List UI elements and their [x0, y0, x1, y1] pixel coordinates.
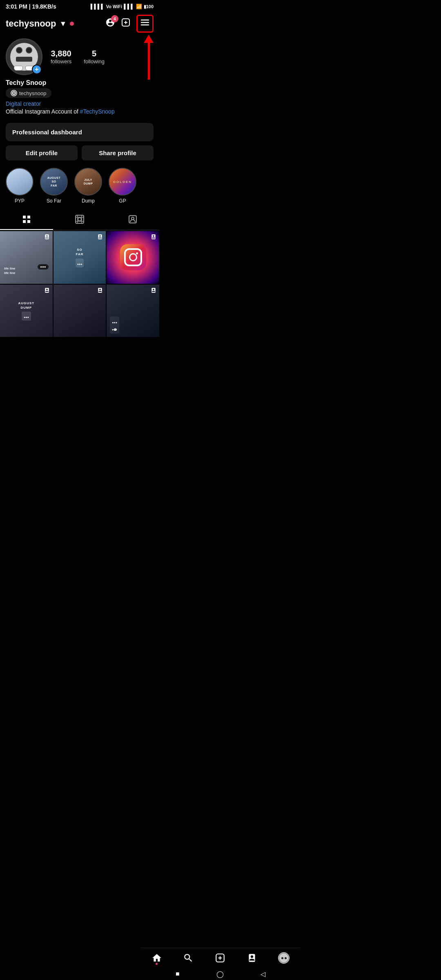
professional-dashboard-button[interactable]: Professional dashboard	[6, 123, 154, 141]
tab-reels[interactable]	[53, 209, 106, 230]
avatar-eye-left	[16, 47, 22, 53]
following-count: 5	[84, 49, 105, 58]
android-system-bar: ■ ◯ ◁	[141, 968, 159, 980]
svg-rect-2	[27, 216, 30, 218]
highlight-circle-gp: GOLDEN	[109, 168, 136, 196]
status-time: 3:01 PM | 19.8KB/s	[6, 3, 56, 10]
threads-button[interactable]: 4	[105, 18, 115, 30]
grid-overlay-2: ●●●	[76, 258, 84, 267]
posts-grid: life linelife line ●●● SOFAR ●●●	[0, 231, 159, 337]
following-label: following	[84, 58, 105, 65]
profile-stats: 3,880 followers 5 following	[51, 49, 105, 65]
svg-rect-5	[76, 215, 84, 223]
highlight-label-pyp: PYP	[15, 198, 24, 204]
svg-point-6	[78, 218, 81, 221]
avatar-add-button[interactable]: +	[32, 65, 42, 74]
highlight-label-sofar: So Far	[47, 198, 61, 204]
highlight-gp[interactable]: GOLDEN GP	[109, 168, 136, 204]
signal-icon: ▌▌▌▌	[91, 4, 105, 9]
story-highlights: PYP AUGUSTSOFAR So Far JULYDUMP Dump GOL…	[0, 166, 159, 209]
grid-overlay-4: ●●●	[22, 312, 31, 321]
add-content-button[interactable]	[121, 18, 131, 30]
avatar-eye-right	[26, 47, 32, 53]
grid-item-4[interactable]: AUGUSTDUMP ●●●	[0, 285, 53, 337]
battery-icon: ▮100	[144, 4, 154, 9]
grid-text-1: life linelife line	[4, 266, 16, 275]
avatar-eyes	[16, 47, 32, 53]
bio-text: Official Instagram Account of #TechySnoo…	[6, 108, 154, 115]
ig-logo-inner	[124, 248, 142, 266]
following-stat[interactable]: 5 following	[84, 49, 105, 65]
ig-logo-circle	[129, 253, 137, 261]
home-icon	[151, 953, 159, 963]
svg-rect-4	[27, 220, 30, 223]
highlight-circle-dump: JULYDUMP	[74, 168, 102, 196]
svg-rect-1	[23, 216, 26, 218]
profile-top: + 3,880 followers 5 following	[6, 38, 154, 75]
action-buttons: Edit profile Share profile	[0, 145, 159, 166]
menu-button[interactable]	[136, 15, 154, 33]
grid-text-4: AUGUSTDUMP	[18, 301, 34, 310]
grid-text-2: SOFAR	[76, 247, 83, 256]
reel-icon-5	[97, 287, 103, 295]
status-icons: ▌▌▌▌ Vo WiFi ▌▌▌ 📶 ▮100	[91, 4, 154, 9]
tab-tagged[interactable]	[106, 209, 159, 230]
username-label[interactable]: techysnoop	[6, 18, 56, 29]
avatar[interactable]: +	[6, 38, 42, 75]
grid-item-6[interactable]: ●●●♥💬	[107, 285, 159, 337]
ig-logo-dot	[136, 252, 138, 254]
tab-grid[interactable]	[0, 209, 53, 230]
threads-badge: 4	[111, 15, 118, 22]
profile-section: + 3,880 followers 5 following Techy Snoo…	[0, 37, 159, 119]
role-label: Digital creator	[6, 100, 154, 107]
header-icons: 4	[105, 15, 154, 33]
followers-count: 3,880	[51, 49, 71, 58]
highlight-circle-pyp	[6, 168, 33, 196]
bio-hashtag[interactable]: #TechySnoop	[80, 108, 115, 115]
edit-profile-button[interactable]: Edit profile	[6, 145, 78, 160]
grid-item-5[interactable]	[53, 285, 106, 337]
followers-stat[interactable]: 3,880 followers	[51, 49, 71, 65]
avatar-shoes	[14, 66, 34, 71]
grid-item-2[interactable]: SOFAR ●●●	[53, 231, 106, 284]
reel-icon-2	[97, 234, 103, 241]
reel-icon-1	[44, 234, 50, 241]
threads-handle-badge[interactable]: techysnoop	[6, 88, 51, 98]
share-profile-button[interactable]: Share profile	[82, 145, 154, 160]
grid-overlay-6: ●●●♥💬	[110, 316, 119, 334]
notification-dot	[70, 22, 74, 26]
avatar-body	[16, 57, 32, 62]
threads-small-icon	[11, 90, 17, 96]
followers-label: followers	[51, 58, 71, 65]
grid-item-1[interactable]: life linelife line ●●●	[0, 231, 53, 284]
highlight-pyp[interactable]: PYP	[6, 168, 33, 204]
reel-icon-4	[44, 287, 50, 295]
header: techysnoop ▼ 4	[0, 12, 159, 37]
avatar-shoe-left	[14, 66, 23, 71]
header-left: techysnoop ▼	[6, 18, 74, 29]
highlight-label-dump: Dump	[82, 198, 95, 204]
bio-static: Official Instagram Account of	[6, 108, 80, 115]
wifi-label: Vo WiFi	[106, 4, 122, 9]
instagram-logo	[120, 244, 146, 270]
signal2-icon: ▌▌▌	[124, 4, 134, 9]
grid-overlay-1: ●●●	[38, 264, 49, 270]
highlight-sofar[interactable]: AUGUSTSOFAR So Far	[40, 168, 68, 204]
svg-rect-3	[23, 220, 26, 223]
grid-item-3[interactable]	[107, 231, 159, 284]
wifi-icon: 📶	[136, 4, 142, 9]
highlight-label-gp: GP	[119, 198, 126, 204]
status-bar: 3:01 PM | 19.8KB/s ▌▌▌▌ Vo WiFi ▌▌▌ 📶 ▮1…	[0, 0, 159, 12]
reel-icon-3	[150, 234, 157, 241]
dropdown-icon[interactable]: ▼	[59, 20, 67, 28]
profile-name: Techy Snoop	[6, 79, 154, 87]
highlight-dump[interactable]: JULYDUMP Dump	[74, 168, 102, 204]
home-dot	[156, 963, 158, 965]
highlight-circle-sofar: AUGUSTSOFAR	[40, 168, 68, 196]
reel-icon-6	[150, 287, 157, 295]
nav-home[interactable]	[151, 953, 159, 963]
bottom-navigation	[141, 948, 159, 968]
content-tabs	[0, 209, 159, 230]
threads-handle-text: techysnoop	[19, 90, 47, 96]
